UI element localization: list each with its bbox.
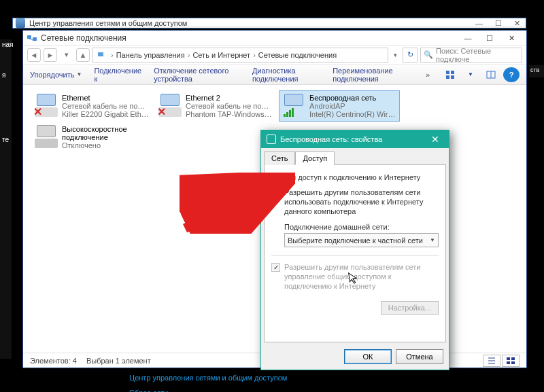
- allow-control-checkbox: [271, 263, 280, 272]
- svg-rect-15: [507, 361, 510, 364]
- connection-name: Беспроводная сеть: [309, 94, 396, 102]
- cursor-icon: [348, 271, 360, 287]
- connection-status: Сетевой кабель не подкл...: [186, 102, 273, 110]
- settings-button: Настройка...: [381, 301, 439, 315]
- cmd-disable[interactable]: Отключение сетевого устройства: [154, 67, 240, 83]
- breadcrumb-item[interactable]: Панель управления: [116, 51, 185, 59]
- allow-sharing-checkbox[interactable]: [271, 188, 280, 197]
- svg-rect-5: [451, 71, 454, 74]
- view-options-button[interactable]: [442, 67, 458, 82]
- home-network-label: Подключение домашней сети:: [284, 223, 439, 231]
- maximize-icon[interactable]: ☐: [495, 19, 502, 28]
- connection-adapter: Phantom TAP-Windows A...: [186, 110, 273, 118]
- refresh-button[interactable]: ↻: [403, 48, 418, 63]
- allow-sharing-label: Разрешить другим пользователям сети испо…: [284, 188, 439, 216]
- breadcrumb-item[interactable]: Сеть и Интернет: [192, 51, 250, 59]
- link-network-center[interactable]: Центр управления сетями и общим доступом: [129, 374, 287, 382]
- disconnected-icon: ✕: [33, 105, 42, 118]
- breadcrumb-chevron[interactable]: ▾: [391, 52, 400, 58]
- wifi-icon: [282, 94, 305, 117]
- dialog-body: Общий доступ к подключению к Интернету Р…: [264, 164, 446, 342]
- right-fragment: ств: [529, 65, 544, 77]
- cmd-diagnose[interactable]: Диагностика подключения: [252, 67, 320, 83]
- wireless-properties-dialog: Беспроводная сеть: свойства ✕ Сеть Досту…: [260, 130, 449, 370]
- connection-name: Ethernet 2: [186, 94, 273, 102]
- dialog-buttons: ОК Отмена: [261, 345, 449, 370]
- navigation-row: ◄ ► ▾ ▲ › Панель управления › Сеть и Инт…: [23, 46, 526, 65]
- svg-rect-7: [451, 75, 454, 79]
- svg-rect-4: [446, 71, 449, 74]
- close-button[interactable]: ✕: [500, 31, 522, 46]
- minimize-icon[interactable]: —: [475, 19, 483, 28]
- tab-network[interactable]: Сеть: [264, 152, 295, 165]
- separator: [271, 255, 439, 256]
- cmd-organize[interactable]: Упорядочить▼: [30, 71, 82, 79]
- details-view-button[interactable]: [483, 355, 500, 367]
- chevron-down-icon: ▼: [430, 237, 435, 243]
- wireless-icon: [267, 135, 276, 144]
- svg-rect-16: [511, 361, 515, 364]
- svg-rect-6: [446, 75, 449, 79]
- background-links: Центр управления сетями и общим доступом…: [129, 374, 287, 392]
- connection-adapter: Killer E2200 Gigabit Etherne...: [62, 110, 149, 118]
- left-panel-fragment: ная я те: [0, 39, 12, 359]
- svg-rect-3: [98, 52, 103, 56]
- titlebar: Сетевые подключения — ☐ ✕: [23, 31, 526, 46]
- connection-ethernet2[interactable]: ✕ Ethernet 2 Сетевой кабель не подкл... …: [155, 90, 276, 122]
- link-network-reset[interactable]: Сброс сети: [129, 389, 287, 392]
- connection-status: AndroidAP: [309, 102, 396, 110]
- back-button[interactable]: ◄: [27, 48, 41, 62]
- disconnected-icon: ✕: [157, 105, 166, 118]
- allow-control-label: Разрешить другим пользователям сети упра…: [284, 263, 439, 291]
- connection-name: Ethernet: [62, 94, 149, 102]
- cmd-rename[interactable]: Переименование подключения: [333, 67, 413, 83]
- svg-rect-13: [507, 357, 510, 360]
- details-pane-button[interactable]: [483, 67, 499, 82]
- ethernet-icon: ✕: [35, 94, 58, 117]
- sharing-section-title: Общий доступ к подключению к Интернету: [271, 173, 439, 181]
- help-button[interactable]: ?: [503, 67, 520, 82]
- item-count: Элементов: 4: [30, 357, 77, 365]
- breadcrumb-item[interactable]: Сетевые подключения: [258, 51, 337, 59]
- svg-rect-0: [27, 35, 31, 39]
- search-icon: 🔍: [424, 50, 433, 59]
- up-button[interactable]: ▲: [76, 48, 90, 62]
- connection-wireless[interactable]: Беспроводная сеть AndroidAP Intel(R) Cen…: [279, 90, 400, 122]
- network-center-icon: [16, 18, 25, 28]
- breadcrumb[interactable]: › Панель управления › Сеть и Интернет › …: [92, 48, 388, 63]
- search-input[interactable]: 🔍 Поиск: Сетевые подключе: [420, 48, 522, 63]
- tab-sharing[interactable]: Доступ: [295, 152, 335, 165]
- connection-ethernet[interactable]: ✕ Ethernet Сетевой кабель не подкл... Ki…: [31, 90, 152, 122]
- forward-button[interactable]: ►: [44, 48, 57, 62]
- connection-status: Сетевой кабель не подкл...: [62, 102, 149, 110]
- selection-count: Выбран 1 элемент: [86, 357, 151, 365]
- dialog-titlebar: Беспроводная сеть: свойства ✕: [261, 130, 449, 148]
- connection-status: Отключено: [62, 141, 150, 149]
- network-icon: [27, 33, 37, 43]
- search-placeholder: Поиск: Сетевые подключе: [436, 47, 519, 63]
- dialog-tabs: Сеть Доступ: [261, 148, 449, 164]
- connection-name: Высокоскоростное подключение: [62, 125, 150, 141]
- cmd-connect[interactable]: Подключение к: [94, 67, 141, 83]
- close-icon[interactable]: ✕: [514, 19, 520, 28]
- network-center-window-titlebar: Центр управления сетями и общим доступом…: [12, 18, 526, 29]
- tiles-view-button[interactable]: [502, 355, 520, 367]
- dialog-title: Беспроводная сеть: свойства: [280, 135, 382, 143]
- connection-adapter: Intel(R) Centrino(R) Wireles...: [309, 110, 396, 118]
- window-title: Сетевые подключения: [41, 33, 126, 43]
- window-controls-bg: — ☐ ✕: [475, 19, 526, 28]
- ethernet-icon: ✕: [158, 94, 182, 117]
- dialog-close-button[interactable]: ✕: [427, 134, 443, 145]
- ok-button[interactable]: ОК: [344, 349, 392, 364]
- breadcrumb-icon: [96, 50, 105, 60]
- maximize-button[interactable]: ☐: [479, 31, 500, 46]
- network-center-title: Центр управления сетями и общим доступом: [29, 19, 187, 27]
- home-network-dropdown[interactable]: Выберите подключение к частной сети ▼: [284, 233, 439, 247]
- cancel-button[interactable]: Отмена: [396, 349, 443, 364]
- view-dropdown-button[interactable]: ▼: [462, 67, 479, 82]
- command-bar: Упорядочить▼ Подключение к Отключение се…: [23, 65, 526, 85]
- minimize-button[interactable]: —: [457, 31, 479, 46]
- connection-broadband[interactable]: Высокоскоростное подключение Отключено: [31, 122, 154, 153]
- dropdown-value: Выберите подключение к частной сети: [288, 236, 423, 245]
- recent-button[interactable]: ▾: [60, 48, 73, 62]
